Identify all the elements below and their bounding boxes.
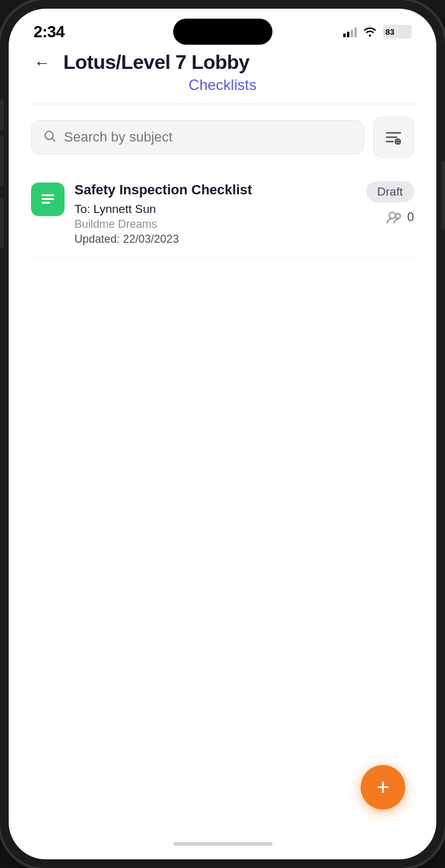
search-input-wrapper[interactable] (31, 120, 364, 155)
signal-bar-2 (347, 32, 349, 37)
svg-point-11 (389, 212, 395, 219)
volume-up-button[interactable] (0, 137, 4, 186)
back-arrow-icon: ← (34, 55, 50, 71)
back-button[interactable]: ← (31, 52, 53, 74)
search-icon (43, 129, 56, 145)
add-checklist-button[interactable]: + (361, 765, 405, 810)
signal-icon (343, 26, 357, 37)
signal-bar-1 (343, 34, 346, 37)
checklist-company: Buildme Dreams (74, 218, 356, 231)
svg-line-1 (52, 138, 55, 141)
svg-rect-9 (42, 198, 54, 200)
checklist-to: To: Lynnett Sun (74, 202, 356, 216)
add-icon: + (376, 776, 389, 798)
status-time: 2:34 (34, 22, 65, 42)
status-bar: 2:34 83 (9, 9, 436, 45)
signal-bar-4 (354, 27, 357, 37)
mute-switch[interactable] (0, 99, 4, 130)
checklist-type-icon (31, 183, 65, 216)
home-bar (173, 842, 272, 846)
wifi-icon (363, 27, 377, 37)
header: ← Lotus/Level 7 Lobby Checklists (9, 45, 436, 104)
signal-bar-3 (351, 30, 353, 37)
checklist-info: Safety Inspection Checklist To: Lynnett … (74, 181, 356, 246)
checklist-container: Safety Inspection Checklist To: Lynnett … (9, 170, 436, 828)
checklist-item[interactable]: Safety Inspection Checklist To: Lynnett … (31, 170, 414, 258)
phone-screen: 2:34 83 (9, 9, 436, 859)
filter-button[interactable] (373, 117, 414, 158)
checklist-title: Safety Inspection Checklist (74, 181, 356, 199)
header-subtitle: Checklists (31, 76, 414, 104)
battery-icon: 83 (383, 25, 411, 38)
status-icons: 83 (343, 25, 411, 38)
battery-percentage: 83 (385, 27, 394, 37)
assignee-count: 0 (386, 210, 414, 224)
filter-icon (385, 130, 402, 145)
header-top: ← Lotus/Level 7 Lobby (31, 51, 414, 74)
checklist-meta: Draft 0 (366, 181, 414, 224)
volume-down-button[interactable] (0, 199, 4, 248)
page-title: Lotus/Level 7 Lobby (63, 51, 249, 74)
search-input[interactable] (64, 129, 353, 145)
svg-rect-10 (42, 202, 50, 204)
assignee-count-number: 0 (407, 210, 414, 224)
phone-frame: 2:34 83 (0, 0, 445, 868)
assignee-icon (386, 210, 402, 224)
search-section (9, 104, 436, 170)
svg-rect-8 (42, 194, 54, 196)
svg-point-12 (395, 214, 400, 219)
status-badge: Draft (366, 181, 414, 202)
checklist-updated: Updated: 22/03/2023 (74, 233, 356, 246)
dynamic-island (173, 19, 272, 45)
power-button[interactable] (441, 161, 445, 230)
home-indicator (9, 828, 436, 859)
